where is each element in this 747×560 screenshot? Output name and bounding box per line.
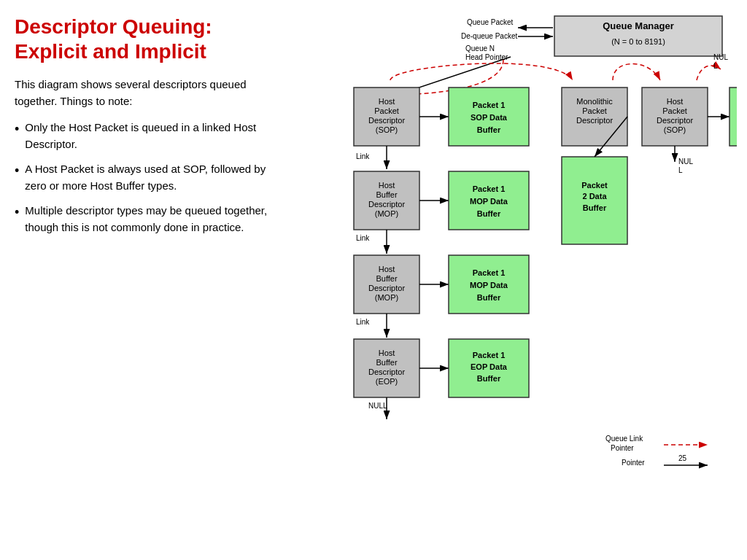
hpd2-label4: (SOP) xyxy=(664,125,686,134)
hbd3-label2: Buffer xyxy=(376,358,397,367)
hpd2-label3: Descriptor xyxy=(657,116,693,125)
p1mop1-label2: MOP Data xyxy=(470,197,508,206)
hpd2-label2: Packet xyxy=(662,106,687,115)
mono-label3: Descriptor xyxy=(576,116,613,125)
p1sop-label1: Packet 1 xyxy=(473,101,506,109)
queue-packet-label: Queue Packet xyxy=(467,18,514,26)
null-bottom: NULL xyxy=(368,402,387,410)
hbd2-label1: Host xyxy=(379,265,395,273)
p1mop2-label3: Buffer xyxy=(477,293,501,302)
page-title: Descriptor Queuing:Explicit and Implicit xyxy=(15,15,285,63)
p1sop-label2: SOP Data xyxy=(471,113,508,122)
hbd2-label4: (MOP) xyxy=(375,293,398,302)
hpd1-label3: Descriptor xyxy=(368,116,405,125)
queue-manager-label: Queue Manager xyxy=(603,20,674,31)
intro-text: This diagram shows several descriptors q… xyxy=(15,77,285,109)
link-label-1: Link xyxy=(356,152,370,160)
hbd2-label2: Buffer xyxy=(376,274,397,283)
dequeue-packet-label: De-queue Packet xyxy=(461,32,517,40)
hpd1-label: Host xyxy=(379,97,395,106)
queue-manager-sub: (N = 0 to 8191) xyxy=(611,37,665,46)
queue-link-3 xyxy=(613,64,660,81)
hbd1-label4: (MOP) xyxy=(375,209,398,218)
hbd3-label3: Descriptor xyxy=(368,368,405,376)
p1mop2-label2: MOP Data xyxy=(470,281,508,289)
pointer-legend-number: 25 xyxy=(678,454,687,462)
bullet-list: Only the Host Packet is queued in a link… xyxy=(15,120,285,236)
p1sop-label3: Buffer xyxy=(477,125,501,134)
hbd3-label1: Host xyxy=(379,349,395,357)
bullet-item-2: A Host Packet is always used at SOP, fol… xyxy=(15,161,285,194)
mono-label1: Monolithic xyxy=(576,97,613,106)
queue-n-head-label1: Queue N xyxy=(465,44,495,52)
queue-link-2 xyxy=(390,63,573,80)
right-panel: Queue Manager (N = 0 to 8191) Queue Pack… xyxy=(292,15,737,545)
p2data-label2: 2 Data xyxy=(582,192,607,201)
queue-link-legend-label2: Pointer xyxy=(611,444,634,452)
hbd1-label1: Host xyxy=(379,181,395,190)
null-hpd2-2: L xyxy=(678,166,683,174)
p1eop-label2: EOP Data xyxy=(471,362,508,371)
hbd3-label4: (EOP) xyxy=(376,377,398,386)
pointer-legend-label: Pointer xyxy=(622,459,645,467)
p2data-box xyxy=(562,157,627,244)
hbd1-label2: Buffer xyxy=(376,190,397,199)
p1mop1-label1: Packet 1 xyxy=(473,184,506,193)
link-label-2: Link xyxy=(356,234,370,242)
hpd1-label4: (SOP) xyxy=(376,125,398,134)
left-panel: Descriptor Queuing:Explicit and Implicit… xyxy=(15,15,292,545)
null-hpd2: NUL xyxy=(678,158,693,166)
p1eop-label1: Packet 1 xyxy=(473,351,506,359)
queue-link-legend-label: Queue Link xyxy=(605,435,643,443)
bullet-item-3: Multiple descriptor types may be queued … xyxy=(15,203,285,236)
p2data-label3: Buffer xyxy=(583,203,607,212)
p2data-label1: Packet xyxy=(581,181,608,190)
diagram-svg: Queue Manager (N = 0 to 8191) Queue Pack… xyxy=(292,15,737,547)
link-label-3: Link xyxy=(356,318,370,326)
p1mop1-label3: Buffer xyxy=(477,209,501,218)
p1eop-label3: Buffer xyxy=(477,374,501,383)
hpd2-label1: Host xyxy=(667,97,684,106)
hbd2-label3: Descriptor xyxy=(368,284,405,292)
hbd1-label3: Descriptor xyxy=(368,200,405,209)
p3sop-box xyxy=(729,88,737,146)
null-label-top: NUL xyxy=(713,53,728,61)
null-label-top2: L xyxy=(713,62,718,70)
p1mop2-label1: Packet 1 xyxy=(473,268,506,277)
hpd1-label2: Packet xyxy=(374,106,399,115)
bullet-item-1: Only the Host Packet is queued in a link… xyxy=(15,120,285,152)
mono-label2: Packet xyxy=(582,106,607,115)
